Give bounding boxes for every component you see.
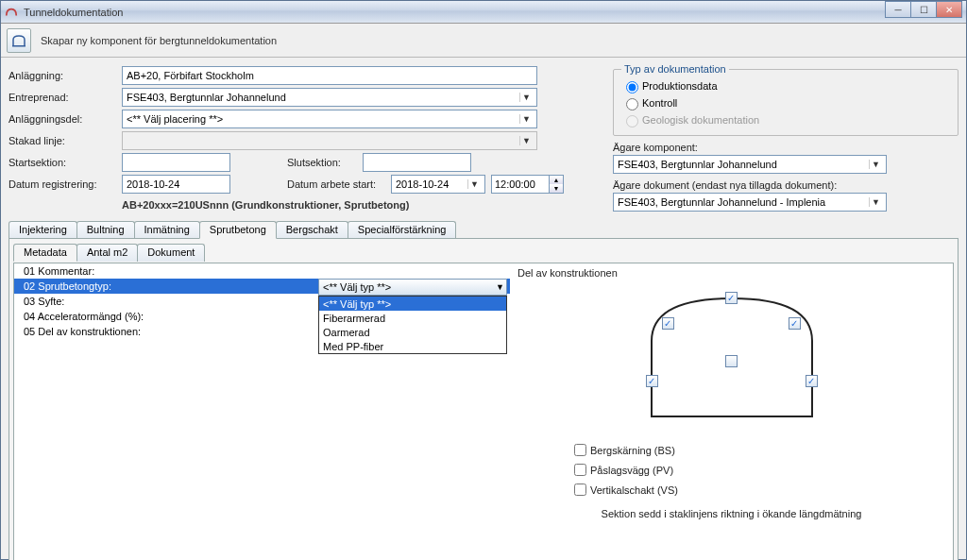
metadata-list-pane: 01 Kommentar: 02 Sprutbetongtyp: 03 Syft… (14, 263, 510, 560)
subtab-antal-m2[interactable]: Antal m2 (76, 244, 138, 262)
check-paslagsvagg[interactable] (574, 464, 586, 476)
anlaggningsdel-combo[interactable]: <** Välj placering **> ▼ (122, 110, 537, 128)
chevron-down-icon: ▼ (869, 160, 882, 169)
owner-komponent-label: Ägare komponent: (613, 142, 959, 153)
tunnel-check-right[interactable]: ✓ (806, 375, 818, 387)
tab-injektering[interactable]: Injektering (8, 221, 77, 239)
startsektion-field[interactable] (122, 153, 230, 172)
datumreg-label: Datum registrering: (8, 178, 122, 190)
konstruktion-title: Del av konstruktionen (517, 267, 945, 279)
check-vertikalschakt[interactable] (574, 484, 586, 496)
startsektion-label: Startsektion: (8, 157, 122, 168)
minimize-button[interactable] (885, 1, 911, 18)
main-tabs: Injektering Bultning Inmätning Sprutbeto… (8, 220, 959, 560)
chevron-down-icon: ▼ (869, 197, 882, 207)
owner-komponent-combo[interactable]: FSE403, Bergtunnlar Johannelund ▼ (613, 155, 887, 174)
konstruktion-pane: Del av konstruktionen ✓ ✓ ✓ ✓ ✓ (510, 263, 953, 560)
tunnel-check-upper-left[interactable]: ✓ (662, 317, 674, 330)
window-title: Tunneldokumentation (24, 7, 123, 18)
form-area: Anläggning: AB+20, Förbifart Stockholm E… (8, 63, 959, 214)
doc-type-legend: Typ av dokumentation (621, 63, 729, 75)
anlaggning-field[interactable]: AB+20, Förbifart Stockholm (122, 66, 537, 85)
app-icon (5, 6, 18, 19)
owner-dokument-combo[interactable]: FSE403, Bergtunnlar Johannelund - Implen… (613, 193, 887, 212)
konstruktion-note: Sektion sedd i staklinjens riktning i ök… (517, 508, 945, 519)
slutsektion-field[interactable] (363, 153, 471, 172)
dd-option-fiberarmerad[interactable]: Fiberarmerad (319, 311, 506, 325)
stakadlinje-label: Stakad linje: (8, 135, 122, 146)
spin-buttons[interactable]: ▲▼ (550, 175, 564, 194)
tunnel-check-left[interactable]: ✓ (646, 375, 658, 387)
sprutbetongtyp-combo[interactable]: <** Välj typ **> ▼ (318, 279, 507, 296)
chevron-down-icon: ▼ (519, 114, 533, 124)
tab-bultning[interactable]: Bultning (76, 221, 135, 239)
main-tabstrip: Injektering Bultning Inmätning Sprutbeto… (8, 220, 959, 238)
konstruktion-checks: Bergskärning (BS) Påslagsvägg (PV) Verti… (570, 441, 945, 499)
radio-geologisk (626, 115, 638, 127)
tunnel-check-center[interactable] (725, 355, 738, 367)
subtab-metadata[interactable]: Metadata (13, 244, 77, 262)
owner-dokument-label: Ägare dokument (endast nya tillagda doku… (613, 179, 959, 191)
sub-tabstrip: Metadata Antal m2 Dokument (13, 243, 954, 261)
slutsektion-label: Slutsektion: (287, 157, 363, 168)
meta-row-kommentar[interactable]: 01 Kommentar: (14, 263, 510, 279)
toolbar-tunnel-button[interactable] (7, 28, 31, 53)
radio-kontroll[interactable] (626, 98, 638, 110)
datumreg-field[interactable]: 2018-10-24 (122, 175, 230, 194)
maximize-button[interactable] (910, 1, 937, 18)
subtab-dokument[interactable]: Dokument (137, 244, 205, 262)
time-spinner[interactable]: ▲▼ (491, 175, 564, 194)
dd-option-med-pp-fiber[interactable]: Med PP-fiber (319, 339, 506, 353)
sprutbetongtyp-dropdown[interactable]: <** Välj typ **> Fiberarmerad Oarmerad M… (318, 296, 507, 354)
toolbar: Skapar ny komponent för bergtunneldokume… (1, 24, 966, 58)
anlaggning-label: Anläggning: (8, 70, 122, 81)
content: Anläggning: AB+20, Förbifart Stockholm E… (1, 58, 966, 560)
toolbar-subtitle: Skapar ny komponent för bergtunneldokume… (41, 35, 277, 46)
form-right: Typ av dokumentation Produktionsdata Kon… (594, 63, 959, 214)
tunnel-check-top[interactable]: ✓ (725, 292, 738, 304)
stakadlinje-combo[interactable]: ▼ (122, 131, 537, 150)
tab-bergschakt[interactable]: Bergschakt (276, 221, 348, 239)
datumarb-label: Datum arbete start: (287, 178, 391, 190)
chevron-down-icon: ▼ (496, 282, 504, 292)
titlebar: Tunneldokumentation (1, 1, 966, 24)
time-field[interactable] (491, 175, 550, 194)
tunnel-diagram: ✓ ✓ ✓ ✓ ✓ (633, 284, 831, 435)
entreprenad-label: Entreprenad: (8, 92, 122, 103)
tab-specialforstarkning[interactable]: Specialförstärkning (348, 221, 457, 239)
dd-option-valj-typ[interactable]: <** Välj typ **> (319, 297, 506, 311)
check-bergskarning[interactable] (574, 444, 586, 456)
main-tabpanel: Metadata Antal m2 Dokument 01 Kommentar:… (8, 238, 959, 560)
tab-inmatning[interactable]: Inmätning (134, 221, 200, 239)
dd-option-oarmerad[interactable]: Oarmerad (319, 325, 506, 339)
window-buttons (886, 1, 962, 18)
radio-produktionsdata[interactable] (626, 81, 638, 93)
summary-line: AB+20xxx=210USnnn (Grundkonstruktioner, … (122, 199, 594, 211)
chevron-down-icon: ▼ (519, 93, 533, 102)
close-button[interactable] (936, 1, 962, 18)
chevron-down-icon: ▼ (467, 179, 481, 189)
tab-sprutbetong[interactable]: Sprutbetong (199, 221, 277, 239)
sub-tabpanel: 01 Kommentar: 02 Sprutbetongtyp: 03 Syft… (13, 263, 954, 560)
entreprenad-combo[interactable]: FSE403, Bergtunnlar Johannelund ▼ (122, 88, 537, 107)
doc-type-group: Typ av dokumentation Produktionsdata Kon… (613, 63, 959, 136)
chevron-down-icon: ▼ (519, 136, 533, 145)
form-left: Anläggning: AB+20, Förbifart Stockholm E… (8, 63, 594, 214)
svg-rect-0 (12, 45, 25, 47)
anlaggningsdel-label: Anläggningsdel: (8, 113, 122, 125)
datumarb-date[interactable]: 2018-10-24 ▼ (391, 175, 485, 194)
app-window: Tunneldokumentation Skapar ny komponent … (0, 0, 967, 560)
tunnel-check-upper-right[interactable]: ✓ (789, 317, 801, 330)
